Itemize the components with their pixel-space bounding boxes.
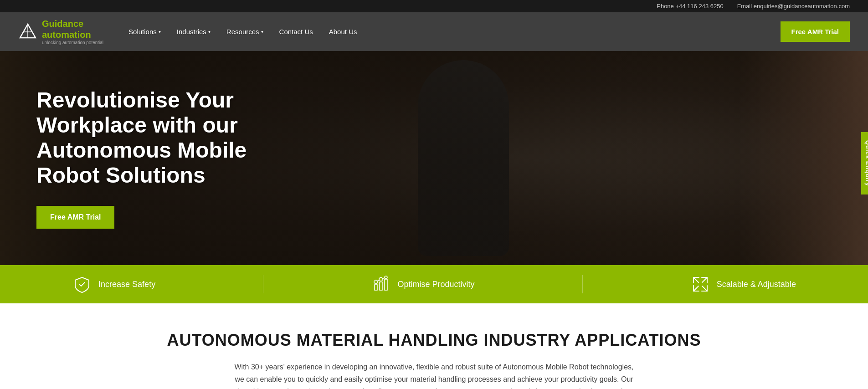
main-section-title: AUTONOMOUS MATERIAL HANDLING INDUSTRY AP… (36, 331, 832, 350)
header: Guidance automation unlocking automation… (0, 12, 868, 51)
main-nav: Solutions ▾ Industries ▾ Resources ▾ Con… (122, 23, 780, 40)
quick-enquiry-label: Quick Enquiry (865, 140, 868, 186)
feature-scalable-label: Scalable & Adjustable (717, 280, 796, 289)
nav-solutions-label: Solutions (128, 28, 157, 36)
feature-scalable: Scalable & Adjustable (690, 274, 796, 294)
feature-bar: Increase Safety Optimise Productivity (0, 265, 868, 303)
email-info: Email enquiries@guidanceautomation.com (737, 3, 850, 10)
nav-about-label: About Us (329, 28, 357, 36)
hero-title: Revolutionise Your Workplace with our Au… (36, 87, 282, 188)
nav-contact[interactable]: Contact Us (272, 23, 320, 40)
hero-content: Revolutionise Your Workplace with our Au… (0, 87, 319, 229)
svg-point-6 (374, 280, 378, 284)
svg-line-22 (693, 286, 699, 291)
feature-safety-label: Increase Safety (98, 280, 155, 289)
phone-label: Phone (657, 3, 674, 10)
svg-line-19 (702, 277, 707, 282)
tagline: unlocking automation potential (42, 40, 103, 46)
nav-contact-label: Contact Us (279, 28, 313, 36)
main-section-description: With 30+ years' experience in developing… (229, 361, 639, 389)
nav-resources-label: Resources (226, 28, 259, 36)
svg-point-7 (379, 277, 383, 281)
arrows-icon (690, 274, 710, 294)
header-cta-button[interactable]: Free AMR Trial (781, 21, 850, 42)
feature-safety: Increase Safety (72, 274, 155, 294)
nav-industries[interactable]: Industries ▾ (170, 23, 217, 40)
brand-name: Guidance automation (42, 18, 103, 40)
hero-section: Revolutionise Your Workplace with our Au… (0, 51, 868, 265)
svg-rect-5 (385, 279, 387, 290)
feature-divider-1 (263, 275, 263, 293)
nav-solutions[interactable]: Solutions ▾ (122, 23, 168, 40)
chart-icon (371, 274, 391, 294)
main-section: AUTONOMOUS MATERIAL HANDLING INDUSTRY AP… (0, 303, 868, 389)
logo-icon (18, 22, 37, 41)
logo-text: Guidance automation unlocking automation… (42, 18, 103, 46)
svg-line-16 (702, 286, 707, 291)
svg-line-13 (693, 277, 699, 282)
nav-resources[interactable]: Resources ▾ (220, 23, 270, 40)
chevron-down-icon: ▾ (159, 29, 161, 34)
feature-divider-2 (582, 275, 583, 293)
phone-info: Phone +44 116 243 6250 (657, 3, 723, 10)
quick-enquiry-button[interactable]: Quick Enquiry (861, 132, 868, 194)
shield-icon (72, 274, 92, 294)
nav-about[interactable]: About Us (322, 23, 364, 40)
email-label: Email (737, 3, 752, 10)
feature-productivity: Optimise Productivity (371, 274, 474, 294)
svg-point-8 (385, 276, 387, 279)
email-address[interactable]: enquiries@guidanceautomation.com (754, 3, 850, 10)
chevron-down-icon: ▾ (208, 29, 211, 34)
nav-industries-label: Industries (177, 28, 206, 36)
chevron-down-icon: ▾ (261, 29, 263, 34)
top-bar: Phone +44 116 243 6250 Email enquiries@g… (0, 0, 868, 12)
phone-number: +44 116 243 6250 (675, 3, 723, 10)
svg-rect-3 (375, 285, 377, 290)
svg-rect-4 (380, 282, 382, 290)
logo[interactable]: Guidance automation unlocking automation… (18, 18, 103, 46)
feature-productivity-label: Optimise Productivity (397, 280, 474, 289)
hero-cta-button[interactable]: Free AMR Trial (36, 206, 114, 229)
